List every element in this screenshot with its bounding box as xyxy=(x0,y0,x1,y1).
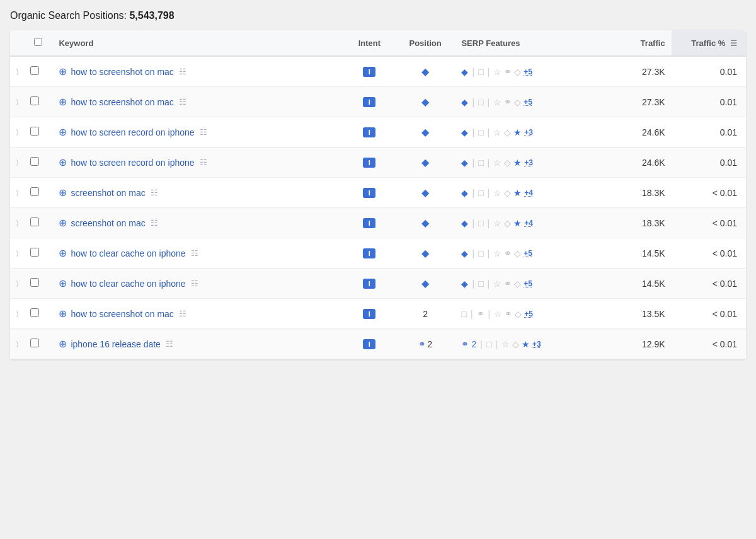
keyword-link[interactable]: how to screenshot on mac xyxy=(71,309,173,319)
serp-plus-label[interactable]: +5 xyxy=(524,249,532,258)
row-checkbox[interactable] xyxy=(30,187,39,196)
traffic-cell: 24.6K xyxy=(604,117,672,148)
serp-plus-label[interactable]: +3 xyxy=(524,158,533,167)
serp-plus-label[interactable]: +4 xyxy=(524,219,533,228)
keyword-link[interactable]: how to clear cache on iphone xyxy=(71,248,185,258)
position-diamond-icon: ◆ xyxy=(421,66,429,77)
checkbox-cell[interactable] xyxy=(28,87,52,117)
serp-plus-label[interactable]: +5 xyxy=(524,67,532,76)
keyword-link[interactable]: screenshot on mac xyxy=(71,188,145,198)
row-checkbox[interactable] xyxy=(30,127,39,136)
serp-star-icon: ☆ xyxy=(493,188,501,198)
expand-cell[interactable]: 〉 xyxy=(10,208,28,238)
position-cell: ◆ xyxy=(396,148,455,178)
serp-diamond-icon: ◆ xyxy=(461,67,468,77)
keyword-add-icon[interactable]: ⊕ xyxy=(59,247,67,259)
expand-cell[interactable]: 〉 xyxy=(10,56,28,87)
keyword-link[interactable]: how to screenshot on mac xyxy=(71,67,173,77)
keyword-cell: ⊕ how to clear cache on iphone ☷ xyxy=(52,269,343,299)
serp-plus-label[interactable]: +5 xyxy=(524,279,532,288)
serp-icons-container: ◆ | □ | ☆ ◇ ★ +4 xyxy=(461,218,598,228)
row-checkbox[interactable] xyxy=(30,308,39,317)
keyword-link[interactable]: screenshot on mac xyxy=(71,218,145,228)
serp-divider: | xyxy=(472,279,474,289)
checkbox-cell[interactable] xyxy=(28,148,52,178)
row-checkbox[interactable] xyxy=(30,278,39,287)
traffic-cell: 14.5K xyxy=(604,269,672,299)
position-header: Position xyxy=(396,30,455,56)
serp-page-icon: □ xyxy=(461,309,466,319)
expand-cell[interactable]: 〉 xyxy=(10,238,28,269)
expand-cell[interactable]: 〉 xyxy=(10,269,28,299)
expand-cell[interactable]: 〉 xyxy=(10,299,28,329)
serp-link-icon: ⚭ xyxy=(504,67,512,77)
checkbox-header[interactable] xyxy=(28,30,52,56)
serp-plus-label[interactable]: +5 xyxy=(524,310,533,318)
keyword-add-icon[interactable]: ⊕ xyxy=(59,338,67,350)
intent-badge: I xyxy=(363,339,375,349)
serp-plus-label[interactable]: +3 xyxy=(524,128,533,137)
traffic-pct-cell: < 0.01 xyxy=(672,208,746,238)
serp-plus-label[interactable]: +3 xyxy=(532,340,541,349)
row-checkbox[interactable] xyxy=(30,248,39,257)
keyword-add-icon[interactable]: ⊕ xyxy=(59,187,67,199)
checkbox-cell[interactable] xyxy=(28,299,52,329)
serp-plus-label[interactable]: +4 xyxy=(524,188,533,197)
checkbox-cell[interactable] xyxy=(28,178,52,208)
checkbox-cell[interactable] xyxy=(28,56,52,87)
keyword-link[interactable]: how to clear cache on iphone xyxy=(71,279,185,289)
serp-diamond2-icon: ◇ xyxy=(514,248,521,258)
checkbox-cell[interactable] xyxy=(28,208,52,238)
row-checkbox[interactable] xyxy=(30,96,39,105)
keyword-add-icon[interactable]: ⊕ xyxy=(59,66,67,78)
expand-cell[interactable]: 〉 xyxy=(10,178,28,208)
position-cell: ◆ xyxy=(396,178,455,208)
chevron-right-icon: 〉 xyxy=(16,310,18,317)
serp-star-filled-icon: ★ xyxy=(513,127,522,137)
keyword-add-icon[interactable]: ⊕ xyxy=(59,217,67,229)
keyword-add-icon[interactable]: ⊕ xyxy=(59,308,67,320)
filter-icon[interactable]: ☰ xyxy=(730,39,737,48)
checkbox-cell[interactable] xyxy=(28,117,52,148)
row-checkbox[interactable] xyxy=(30,157,39,166)
expand-cell[interactable]: 〉 xyxy=(10,329,28,359)
expand-cell[interactable]: 〉 xyxy=(10,148,28,178)
keyword-link[interactable]: how to screen record on iphone xyxy=(71,127,194,137)
keyword-add-icon[interactable]: ⊕ xyxy=(59,277,67,289)
keyword-page-icon: ☷ xyxy=(191,279,198,288)
keyword-add-icon[interactable]: ⊕ xyxy=(59,156,67,168)
keyword-link[interactable]: how to screenshot on mac xyxy=(71,97,173,107)
checkbox-cell[interactable] xyxy=(28,269,52,299)
row-checkbox[interactable] xyxy=(30,339,39,347)
row-checkbox[interactable] xyxy=(30,66,39,75)
position-cell: ◆ xyxy=(396,56,455,87)
row-checkbox[interactable] xyxy=(30,217,39,226)
keyword-page-icon: ☷ xyxy=(200,127,207,137)
keyword-cell: ⊕ screenshot on mac ☷ xyxy=(52,178,343,208)
position-link-icon: ⚭ xyxy=(418,339,426,349)
keyword-link[interactable]: how to screen record on iphone xyxy=(71,158,194,168)
keyword-add-icon[interactable]: ⊕ xyxy=(59,96,67,108)
serp-divider: | xyxy=(488,127,490,137)
table-row: 〉 ⊕ how to clear cache on iphone ☷ I ◆ ◆… xyxy=(10,269,746,299)
table-row: 〉 ⊕ how to screenshot on mac ☷ I ◆ ◆ | □… xyxy=(10,87,746,117)
expand-cell[interactable]: 〉 xyxy=(10,117,28,148)
serp-page-icon: □ xyxy=(486,339,491,349)
serp-icons-container: ◆ | □ | ☆ ⚭ ◇ +5 xyxy=(461,97,598,107)
page-wrapper: Organic Search Positions: 5,543,798 Keyw… xyxy=(0,0,756,539)
checkbox-cell[interactable] xyxy=(28,238,52,269)
checkbox-cell[interactable] xyxy=(28,329,52,359)
expand-cell[interactable]: 〉 xyxy=(10,87,28,117)
traffic-pct-header[interactable]: Traffic % ☰ xyxy=(672,30,746,56)
traffic-pct-cell: 0.01 xyxy=(672,148,746,178)
keyword-add-icon[interactable]: ⊕ xyxy=(59,126,67,138)
select-all-checkbox[interactable] xyxy=(34,38,42,46)
position-cell: ◆ xyxy=(396,117,455,148)
serp-diamond2-icon: ◇ xyxy=(504,218,511,228)
serp-plus-label[interactable]: +5 xyxy=(524,98,532,107)
serp-cell: ◆ | □ | ☆ ⚭ ◇ +5 xyxy=(455,269,604,299)
traffic-pct-cell: < 0.01 xyxy=(672,178,746,208)
serp-link-icon: ⚭ xyxy=(461,339,469,349)
keyword-link[interactable]: iphone 16 release date xyxy=(71,339,160,349)
serp-pos-num: 2 xyxy=(471,339,476,349)
